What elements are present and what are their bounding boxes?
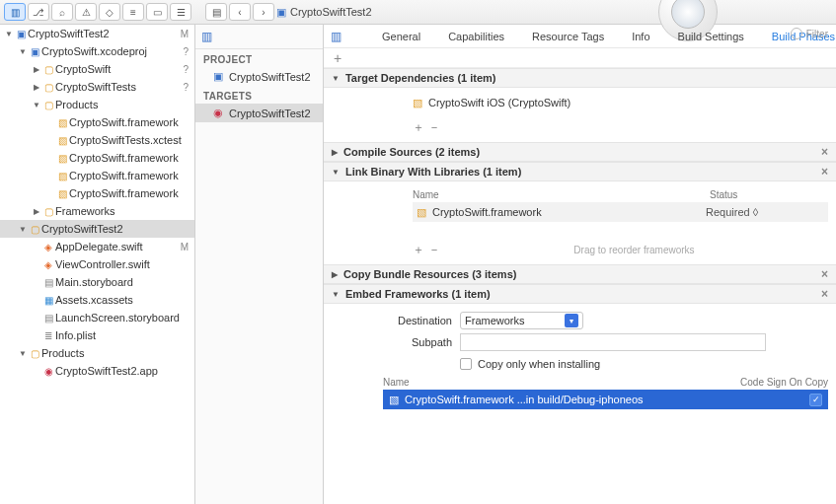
tree-row[interactable]: ◈AppDelegate.swiftM bbox=[0, 238, 194, 255]
folder-icon: ▢ bbox=[41, 100, 55, 110]
nav-debug-icon[interactable]: ≡ bbox=[122, 3, 144, 21]
subpath-label: Subpath bbox=[383, 336, 452, 348]
tree-row[interactable]: ▤LaunchScreen.storyboard bbox=[0, 309, 194, 326]
editor-sidebar-icon[interactable]: ▤ bbox=[205, 3, 227, 21]
nav-reports-icon[interactable]: ☰ bbox=[170, 3, 191, 21]
section-title: Copy Bundle Resources (3 items) bbox=[343, 268, 516, 280]
tree-label: LaunchScreen.storyboard bbox=[55, 312, 185, 324]
nav-tests-icon[interactable]: ◇ bbox=[99, 3, 120, 21]
tree-row[interactable]: ▧CryptoSwift.framework bbox=[0, 113, 194, 131]
disclosure-icon[interactable]: ▶ bbox=[32, 65, 41, 74]
tree-row[interactable]: ▧CryptoSwiftTests.xctest bbox=[0, 131, 194, 149]
reorder-hint: Drag to reorder frameworks bbox=[440, 245, 828, 255]
add-button[interactable]: ＋ bbox=[413, 119, 424, 136]
destination-select[interactable]: Frameworks ▾ bbox=[460, 312, 583, 329]
tree-row[interactable]: ▧CryptoSwift.framework bbox=[0, 149, 194, 167]
disclosure-icon[interactable]: ▶ bbox=[332, 148, 338, 157]
embedded-framework-name: CryptoSwift.framework ...in build/Debug-… bbox=[405, 394, 803, 405]
tab-build-settings[interactable]: Build Settings bbox=[664, 31, 758, 42]
disclosure-icon[interactable]: ▼ bbox=[332, 74, 340, 83]
scm-status: M bbox=[177, 242, 189, 252]
close-icon[interactable]: × bbox=[821, 165, 828, 179]
tree-row[interactable]: ▧CryptoSwift.framework bbox=[0, 184, 194, 202]
disclosure-icon[interactable]: ▼ bbox=[332, 168, 340, 177]
project-item[interactable]: ▣ CryptoSwiftTest2 bbox=[195, 67, 323, 86]
destination-label: Destination bbox=[383, 315, 452, 326]
tree-label: CryptoSwift.framework bbox=[69, 170, 185, 181]
tree-row[interactable]: ◈ViewController.swift bbox=[0, 255, 194, 273]
close-icon[interactable]: × bbox=[821, 287, 828, 301]
section-compile-sources[interactable]: ▶ Compile Sources (2 items) × bbox=[324, 142, 836, 162]
tree-row[interactable]: ▼▣CryptoSwiftTest2M bbox=[0, 25, 194, 42]
tab-capabilities[interactable]: Capabilities bbox=[434, 31, 518, 42]
library-name: CryptoSwift.framework bbox=[432, 206, 542, 218]
tree-row[interactable]: ▶▢CryptoSwift? bbox=[0, 60, 194, 78]
nav-back-icon[interactable]: ‹ bbox=[229, 3, 251, 21]
section-target-dependencies[interactable]: ▼ Target Dependencies (1 item) bbox=[324, 68, 836, 88]
close-icon[interactable]: × bbox=[821, 267, 828, 281]
add-button[interactable]: ＋ bbox=[413, 242, 424, 258]
close-icon[interactable]: × bbox=[821, 145, 828, 159]
target-item[interactable]: ◉ CryptoSwiftTest2 bbox=[195, 104, 323, 122]
folder-icon: ▢ bbox=[41, 82, 55, 93]
dependency-row[interactable]: ▧ CryptoSwift iOS (CryptoSwift) bbox=[413, 94, 828, 111]
section-link-binary[interactable]: ▼ Link Binary With Libraries (1 item) × bbox=[324, 162, 836, 181]
framework-icon: ▧ bbox=[417, 206, 426, 219]
col-status: Status bbox=[710, 189, 828, 200]
proj-icon: ▣ bbox=[28, 46, 41, 57]
tree-row[interactable]: ▤Main.storyboard bbox=[0, 273, 194, 291]
filter-field[interactable]: Filter bbox=[791, 28, 828, 39]
disclosure-icon[interactable]: ▼ bbox=[32, 101, 41, 109]
filter-scope-icon[interactable] bbox=[791, 28, 802, 39]
section-title: Compile Sources (2 items) bbox=[343, 146, 480, 158]
tree-row[interactable]: ▶▢Frameworks bbox=[0, 202, 194, 220]
tree-row[interactable]: ≣Info.plist bbox=[0, 326, 194, 344]
nav-project-icon[interactable]: ▥ bbox=[4, 3, 26, 21]
nav-breakpoints-icon[interactable]: ▭ bbox=[146, 3, 168, 21]
tab-general[interactable]: General bbox=[368, 31, 434, 42]
disclosure-icon[interactable]: ▼ bbox=[332, 290, 340, 299]
disclosure-icon[interactable]: ▶ bbox=[32, 207, 41, 216]
library-row[interactable]: ▧CryptoSwift.framework Required ◊ bbox=[413, 202, 828, 222]
editor-toggle-icon[interactable]: ▥ bbox=[324, 30, 348, 43]
section-embed-frameworks[interactable]: ▼ Embed Frameworks (1 item) × bbox=[324, 284, 836, 304]
disclosure-icon[interactable]: ▶ bbox=[332, 270, 338, 279]
disclosure-icon[interactable]: ▼ bbox=[18, 47, 28, 56]
tree-row[interactable]: ▦Assets.xcassets bbox=[0, 291, 194, 309]
tab-info[interactable]: Info bbox=[618, 31, 663, 42]
dependency-label: CryptoSwift iOS (CryptoSwift) bbox=[428, 97, 570, 108]
library-status[interactable]: Required ◊ bbox=[706, 206, 824, 218]
scm-status: M bbox=[177, 29, 189, 39]
panel-toggle-icon[interactable]: ▥ bbox=[201, 30, 212, 43]
nav-sourcecontrol-icon[interactable]: ⎇ bbox=[28, 3, 49, 21]
disclosure-icon[interactable]: ▼ bbox=[4, 30, 14, 38]
tree-row[interactable]: ▼▢CryptoSwiftTest2 bbox=[0, 220, 194, 238]
tree-row[interactable]: ▼▣CryptoSwift.xcodeproj? bbox=[0, 42, 194, 60]
tree-row[interactable]: ▧CryptoSwift.framework bbox=[0, 167, 194, 184]
codesign-checkbox[interactable]: ✓ bbox=[809, 394, 822, 406]
add-phase-button[interactable]: + bbox=[324, 48, 836, 68]
nav-search-icon[interactable]: ⌕ bbox=[51, 3, 73, 21]
disclosure-icon[interactable]: ▼ bbox=[18, 349, 28, 358]
tree-row[interactable]: ▼▢Products bbox=[0, 344, 194, 362]
tree-row[interactable]: ◉CryptoSwiftTest2.app bbox=[0, 362, 194, 380]
breadcrumb[interactable]: ▣ CryptoSwiftTest2 bbox=[276, 6, 372, 19]
tree-label: CryptoSwift.framework bbox=[69, 187, 185, 199]
tab-resource-tags[interactable]: Resource Tags bbox=[518, 31, 618, 42]
fw-icon: ▧ bbox=[55, 171, 69, 181]
nav-issues-icon[interactable]: ⚠ bbox=[75, 3, 97, 21]
disclosure-icon[interactable]: ▶ bbox=[32, 83, 41, 92]
nav-forward-icon[interactable]: › bbox=[253, 3, 274, 21]
embedded-framework-row[interactable]: ▧ CryptoSwift.framework ...in build/Debu… bbox=[383, 390, 828, 409]
folder-icon: ▢ bbox=[41, 206, 55, 217]
remove-button[interactable]: － bbox=[428, 119, 440, 136]
copy-only-checkbox[interactable] bbox=[460, 358, 472, 370]
disclosure-icon[interactable]: ▼ bbox=[18, 225, 28, 234]
col-name: Name bbox=[413, 189, 710, 200]
tree-row[interactable]: ▶▢CryptoSwiftTests? bbox=[0, 78, 194, 96]
subpath-input[interactable] bbox=[460, 333, 766, 351]
section-copy-bundle[interactable]: ▶ Copy Bundle Resources (3 items) × bbox=[324, 264, 836, 284]
tree-row[interactable]: ▼▢Products bbox=[0, 96, 194, 113]
remove-button[interactable]: － bbox=[428, 242, 440, 258]
project-navigator[interactable]: ▼▣CryptoSwiftTest2M▼▣CryptoSwift.xcodepr… bbox=[0, 25, 195, 504]
